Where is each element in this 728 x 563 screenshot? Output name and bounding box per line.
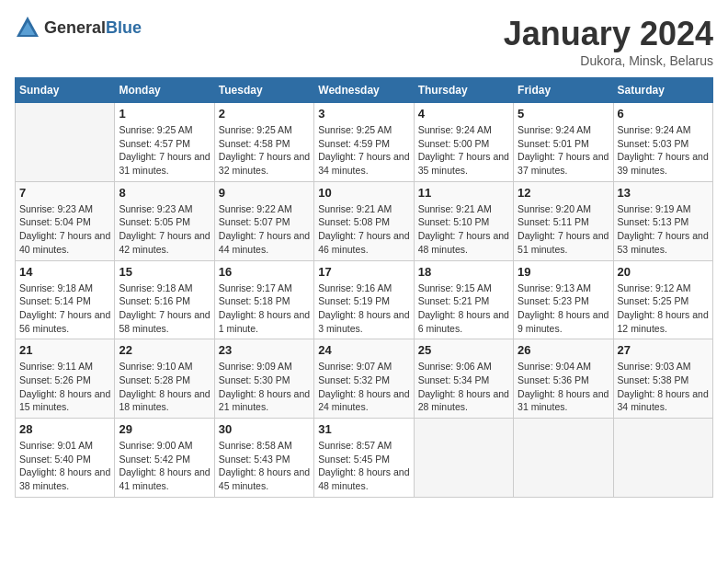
day-info: Sunrise: 9:09 AMSunset: 5:30 PMDaylight:… <box>219 360 310 414</box>
day-info: Sunrise: 9:23 AMSunset: 5:04 PMDaylight:… <box>19 202 110 257</box>
day-info: Sunrise: 9:24 AMSunset: 5:00 PMDaylight:… <box>418 123 509 178</box>
day-number: 18 <box>418 265 509 279</box>
calendar-cell: 26Sunrise: 9:04 AMSunset: 5:36 PMDayligh… <box>514 339 613 419</box>
day-number: 3 <box>318 107 409 121</box>
day-info: Sunrise: 9:10 AMSunset: 5:28 PMDaylight:… <box>119 360 210 414</box>
day-info: Sunrise: 9:24 AMSunset: 5:01 PMDaylight:… <box>518 123 609 178</box>
day-number: 20 <box>618 265 709 279</box>
day-number: 9 <box>219 186 310 200</box>
logo-icon <box>15 15 40 40</box>
day-number: 27 <box>618 343 709 357</box>
day-info: Sunrise: 9:06 AMSunset: 5:34 PMDaylight:… <box>418 360 509 414</box>
day-info: Sunrise: 9:07 AMSunset: 5:32 PMDaylight:… <box>318 360 409 414</box>
day-number: 10 <box>318 186 409 200</box>
day-of-week-thursday: Thursday <box>414 78 513 103</box>
calendar-cell: 13Sunrise: 9:19 AMSunset: 5:13 PMDayligh… <box>613 181 712 260</box>
title-section: January 2024 Dukora, Minsk, Belarus <box>504 15 713 68</box>
logo-text-blue: Blue <box>106 18 142 37</box>
day-info: Sunrise: 9:12 AMSunset: 5:25 PMDaylight:… <box>618 282 709 336</box>
calendar-cell: 24Sunrise: 9:07 AMSunset: 5:32 PMDayligh… <box>314 339 414 419</box>
day-info: Sunrise: 9:21 AMSunset: 5:10 PMDaylight:… <box>418 202 509 257</box>
calendar-cell: 15Sunrise: 9:18 AMSunset: 5:16 PMDayligh… <box>115 260 214 339</box>
day-info: Sunrise: 9:25 AMSunset: 4:59 PMDaylight:… <box>318 123 409 178</box>
calendar-cell: 17Sunrise: 9:16 AMSunset: 5:19 PMDayligh… <box>314 260 414 339</box>
logo: GeneralBlue <box>15 15 142 40</box>
day-info: Sunrise: 8:57 AMSunset: 5:45 PMDaylight:… <box>318 439 409 493</box>
day-info: Sunrise: 9:25 AMSunset: 4:58 PMDaylight:… <box>219 123 310 178</box>
day-info: Sunrise: 9:18 AMSunset: 5:14 PMDaylight:… <box>19 282 110 336</box>
day-number: 14 <box>19 265 110 279</box>
day-info: Sunrise: 9:15 AMSunset: 5:21 PMDaylight:… <box>418 282 509 336</box>
day-number: 1 <box>119 107 210 121</box>
calendar-cell: 7Sunrise: 9:23 AMSunset: 5:04 PMDaylight… <box>16 181 115 260</box>
day-info: Sunrise: 9:17 AMSunset: 5:18 PMDaylight:… <box>219 282 310 336</box>
calendar-cell: 4Sunrise: 9:24 AMSunset: 5:00 PMDaylight… <box>414 103 513 182</box>
days-of-week-row: SundayMondayTuesdayWednesdayThursdayFrid… <box>16 78 713 103</box>
calendar-cell: 19Sunrise: 9:13 AMSunset: 5:23 PMDayligh… <box>514 260 613 339</box>
day-info: Sunrise: 9:00 AMSunset: 5:42 PMDaylight:… <box>119 439 210 493</box>
day-number: 24 <box>318 343 409 357</box>
calendar-cell: 22Sunrise: 9:10 AMSunset: 5:28 PMDayligh… <box>115 339 214 419</box>
month-title: January 2024 <box>504 15 713 53</box>
day-info: Sunrise: 9:20 AMSunset: 5:11 PMDaylight:… <box>518 202 609 257</box>
calendar-cell: 25Sunrise: 9:06 AMSunset: 5:34 PMDayligh… <box>414 339 513 419</box>
day-number: 17 <box>318 265 409 279</box>
week-row-4: 21Sunrise: 9:11 AMSunset: 5:26 PMDayligh… <box>16 339 713 419</box>
calendar-cell <box>414 419 513 498</box>
calendar-cell <box>613 419 712 498</box>
day-number: 23 <box>219 343 310 357</box>
week-row-1: 1Sunrise: 9:25 AMSunset: 4:57 PMDaylight… <box>16 103 713 182</box>
calendar-cell: 21Sunrise: 9:11 AMSunset: 5:26 PMDayligh… <box>16 339 115 419</box>
calendar-cell: 11Sunrise: 9:21 AMSunset: 5:10 PMDayligh… <box>414 181 513 260</box>
day-number: 25 <box>418 343 509 357</box>
day-info: Sunrise: 9:22 AMSunset: 5:07 PMDaylight:… <box>219 202 310 257</box>
day-of-week-wednesday: Wednesday <box>314 78 414 103</box>
day-number: 4 <box>418 107 509 121</box>
calendar-cell: 1Sunrise: 9:25 AMSunset: 4:57 PMDaylight… <box>115 103 214 182</box>
day-of-week-friday: Friday <box>514 78 613 103</box>
calendar-cell: 3Sunrise: 9:25 AMSunset: 4:59 PMDaylight… <box>314 103 414 182</box>
calendar-body: 1Sunrise: 9:25 AMSunset: 4:57 PMDaylight… <box>16 103 713 498</box>
day-number: 26 <box>518 343 609 357</box>
calendar-header: SundayMondayTuesdayWednesdayThursdayFrid… <box>16 78 713 103</box>
day-number: 22 <box>119 343 210 357</box>
calendar-cell: 6Sunrise: 9:24 AMSunset: 5:03 PMDaylight… <box>613 103 712 182</box>
day-number: 2 <box>219 107 310 121</box>
day-number: 15 <box>119 265 210 279</box>
week-row-3: 14Sunrise: 9:18 AMSunset: 5:14 PMDayligh… <box>16 260 713 339</box>
day-info: Sunrise: 9:04 AMSunset: 5:36 PMDaylight:… <box>518 360 609 414</box>
calendar-cell: 2Sunrise: 9:25 AMSunset: 4:58 PMDaylight… <box>214 103 313 182</box>
day-number: 13 <box>618 186 709 200</box>
day-number: 6 <box>618 107 709 121</box>
day-of-week-saturday: Saturday <box>613 78 712 103</box>
page-header: GeneralBlue January 2024 Dukora, Minsk, … <box>15 15 713 68</box>
day-number: 29 <box>119 422 210 436</box>
calendar-table: SundayMondayTuesdayWednesdayThursdayFrid… <box>15 77 713 498</box>
day-number: 21 <box>19 343 110 357</box>
calendar-cell: 18Sunrise: 9:15 AMSunset: 5:21 PMDayligh… <box>414 260 513 339</box>
calendar-cell: 27Sunrise: 9:03 AMSunset: 5:38 PMDayligh… <box>613 339 712 419</box>
calendar-cell: 23Sunrise: 9:09 AMSunset: 5:30 PMDayligh… <box>214 339 313 419</box>
day-number: 19 <box>518 265 609 279</box>
day-of-week-tuesday: Tuesday <box>214 78 313 103</box>
logo-text-general: General <box>44 18 106 37</box>
calendar-cell: 8Sunrise: 9:23 AMSunset: 5:05 PMDaylight… <box>115 181 214 260</box>
day-info: Sunrise: 9:11 AMSunset: 5:26 PMDaylight:… <box>19 360 110 414</box>
day-number: 30 <box>219 422 310 436</box>
day-number: 8 <box>119 186 210 200</box>
day-info: Sunrise: 9:13 AMSunset: 5:23 PMDaylight:… <box>518 282 609 336</box>
calendar-cell <box>514 419 613 498</box>
calendar-cell: 20Sunrise: 9:12 AMSunset: 5:25 PMDayligh… <box>613 260 712 339</box>
calendar-cell: 5Sunrise: 9:24 AMSunset: 5:01 PMDaylight… <box>514 103 613 182</box>
calendar-cell: 12Sunrise: 9:20 AMSunset: 5:11 PMDayligh… <box>514 181 613 260</box>
day-number: 5 <box>518 107 609 121</box>
day-info: Sunrise: 9:21 AMSunset: 5:08 PMDaylight:… <box>318 202 409 257</box>
day-number: 16 <box>219 265 310 279</box>
calendar-cell: 16Sunrise: 9:17 AMSunset: 5:18 PMDayligh… <box>214 260 313 339</box>
day-info: Sunrise: 9:19 AMSunset: 5:13 PMDaylight:… <box>618 202 709 257</box>
day-number: 28 <box>19 422 110 436</box>
calendar-cell: 9Sunrise: 9:22 AMSunset: 5:07 PMDaylight… <box>214 181 313 260</box>
calendar-cell: 31Sunrise: 8:57 AMSunset: 5:45 PMDayligh… <box>314 419 414 498</box>
calendar-cell: 29Sunrise: 9:00 AMSunset: 5:42 PMDayligh… <box>115 419 214 498</box>
day-info: Sunrise: 9:16 AMSunset: 5:19 PMDaylight:… <box>318 282 409 336</box>
